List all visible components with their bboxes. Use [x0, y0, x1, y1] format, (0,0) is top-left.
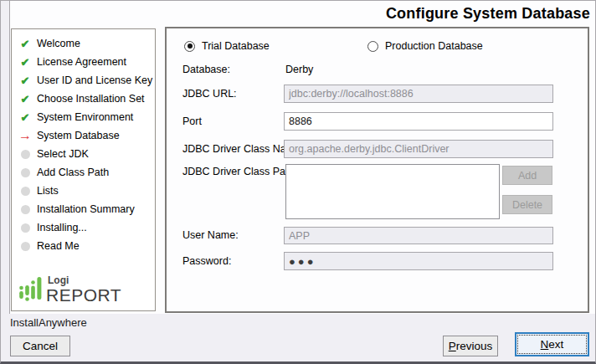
step-choose-installation-set: ✔ Choose Installation Set	[18, 90, 153, 108]
user-name-field	[284, 227, 553, 244]
logi-report-logo: Logi REPORT	[18, 274, 121, 304]
check-icon: ✔	[18, 38, 32, 50]
check-icon: ✔	[18, 111, 32, 124]
current-step-arrow-icon: →	[18, 129, 32, 142]
radio-selected-icon[interactable]	[184, 41, 195, 52]
logo-word-top: Logi	[48, 275, 121, 285]
step-label: License Agreement	[37, 56, 126, 68]
jdbc-url-field	[284, 85, 553, 103]
jdbc-driver-class-name-field	[284, 140, 553, 158]
installanywhere-brand: InstallAnywhere	[10, 316, 87, 329]
cancel-button[interactable]: Cancel	[10, 336, 70, 356]
installer-window: Configure System Database ✔ Welcome ✔ Li…	[0, 0, 596, 364]
jdbc-url-label: JDBC URL:	[182, 88, 237, 100]
user-name-label: User Name:	[182, 229, 239, 241]
radio-unselected-icon[interactable]	[367, 41, 378, 52]
trial-database-label: Trial Database	[202, 40, 270, 52]
step-label: Add Class Path	[37, 167, 109, 178]
step-label: System Database	[37, 130, 120, 141]
check-icon: ✔	[18, 74, 32, 87]
step-installing: Installing...	[18, 218, 153, 237]
logi-bars-icon	[18, 274, 44, 304]
delete-button: Delete	[502, 195, 552, 214]
production-database-radio[interactable]: Production Database	[367, 40, 483, 52]
step-label: User ID and License Key	[37, 74, 152, 86]
previous-button[interactable]: Previous	[443, 336, 498, 356]
step-welcome: ✔ Welcome	[18, 34, 153, 53]
steps-sidebar: ✔ Welcome ✔ License Agreement ✔ User ID …	[11, 28, 156, 311]
add-button: Add	[502, 166, 552, 185]
step-label: Welcome	[37, 38, 80, 49]
page-title: Configure System Database	[386, 5, 590, 23]
pending-dot-icon	[18, 205, 32, 214]
step-system-database-current: → System Database	[18, 126, 153, 145]
pending-dot-icon	[18, 242, 32, 251]
pending-dot-icon	[18, 223, 32, 233]
step-label: Choose Installation Set	[37, 93, 145, 105]
trial-database-radio[interactable]: Trial Database	[184, 40, 270, 52]
password-field: ●●●	[284, 252, 553, 270]
step-user-id-license-key: ✔ User ID and License Key	[18, 71, 153, 90]
logo-wordmark: Logi REPORT	[46, 275, 121, 304]
password-label: Password:	[182, 255, 231, 267]
next-mnemonic: N	[541, 338, 549, 351]
port-field[interactable]	[284, 112, 553, 131]
step-read-me: Read Me	[18, 237, 153, 255]
logo-word-bottom: REPORT	[46, 286, 121, 304]
steps-list: ✔ Welcome ✔ License Agreement ✔ User ID …	[18, 34, 153, 255]
jdbc-driver-class-path-label: JDBC Driver Class Path:	[182, 166, 297, 177]
step-label: Select JDK	[37, 148, 89, 160]
port-label: Port	[182, 115, 202, 127]
step-label: Installing...	[37, 222, 87, 233]
step-label: Lists	[37, 185, 59, 197]
step-add-class-path: Add Class Path	[18, 163, 153, 182]
step-label: Read Me	[37, 240, 80, 252]
pending-dot-icon	[18, 187, 32, 196]
step-license-agreement: ✔ License Agreement	[18, 53, 153, 71]
database-config-panel: Trial Database Production Database Datab…	[165, 27, 589, 313]
previous-mnemonic: P	[449, 340, 456, 352]
cancel-button-label: Cancel	[23, 340, 58, 352]
check-icon: ✔	[18, 93, 32, 105]
pending-dot-icon	[18, 168, 32, 177]
database-value: Derby	[285, 64, 313, 75]
step-lists: Lists	[18, 182, 153, 200]
next-label-rest: ext	[548, 338, 563, 351]
pending-dot-icon	[18, 150, 32, 159]
step-select-jdk: Select JDK	[18, 145, 153, 163]
previous-label-rest: revious	[456, 340, 493, 352]
check-icon: ✔	[18, 56, 32, 69]
production-database-label: Production Database	[385, 40, 483, 52]
step-label: Installation Summary	[37, 203, 135, 215]
step-installation-summary: Installation Summary	[18, 200, 153, 218]
next-button[interactable]: Next	[515, 332, 589, 356]
database-label: Database:	[182, 64, 230, 75]
step-label: System Environment	[37, 111, 133, 123]
jdbc-driver-class-path-list[interactable]	[285, 164, 500, 219]
step-system-environment: ✔ System Environment	[18, 108, 153, 126]
